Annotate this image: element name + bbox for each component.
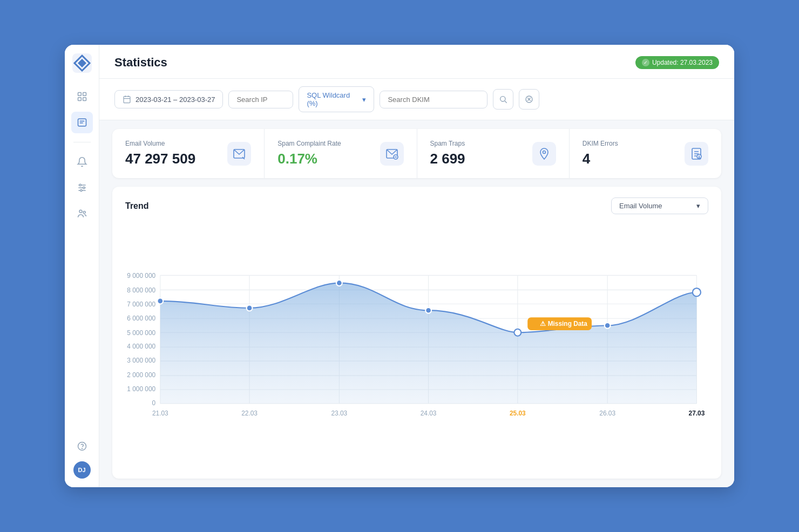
data-point-3[interactable] [425, 308, 431, 313]
x-label-6: 27.03 [689, 410, 705, 417]
sidebar-item-help[interactable] [71, 435, 93, 457]
stat-icon-spam-traps [532, 142, 556, 166]
dropdown-chevron-icon: ▾ [362, 96, 366, 104]
stat-content: Email Volume 47 297 509 [125, 140, 195, 167]
search-button[interactable] [493, 89, 513, 110]
sidebar-item-alerts[interactable] [71, 151, 93, 173]
updated-badge: Updated: 27.03.2023 [635, 56, 719, 69]
missing-data-label: ⚠ Missing Data [540, 320, 587, 328]
chart-wrapper: 9 000 000 8 000 000 7 000 000 6 000 000 … [125, 223, 708, 468]
page-title: Statistics [114, 56, 167, 70]
chart-dropdown-label: Email Volume [619, 202, 662, 210]
stat-label-dkim: DKIM Errors [583, 140, 618, 147]
y-label-6m: 6 000 000 [127, 315, 155, 322]
stat-icon-spam-rate [380, 142, 404, 166]
main-content: Statistics Updated: 27.03.2023 2023-03-2… [99, 45, 734, 487]
stat-value-email-volume: 47 297 509 [125, 151, 195, 167]
sidebar-divider [73, 142, 91, 142]
svg-rect-5 [78, 98, 81, 101]
y-label-3m: 3 000 000 [127, 357, 155, 364]
sql-wildcard-label: SQL Wildcard (%) [307, 91, 360, 107]
search-ip-input[interactable] [228, 91, 293, 108]
stat-label-spam-rate: Spam Complaint Rate [277, 140, 341, 147]
x-label-1: 22.03 [241, 410, 258, 417]
svg-point-16 [79, 210, 82, 213]
stat-card-spam-traps: Spam Traps 2 699 [417, 129, 570, 178]
svg-point-19 [82, 448, 82, 449]
data-point-1[interactable] [247, 305, 253, 311]
svg-rect-7 [78, 119, 86, 126]
stat-content: DKIM Errors 4 [583, 140, 618, 167]
svg-rect-4 [83, 93, 86, 96]
chart-header: Trend Email Volume ▾ [125, 197, 708, 214]
svg-line-25 [505, 101, 507, 103]
stat-card-spam-rate: Spam Complaint Rate 0.17% [265, 129, 417, 178]
data-point-5[interactable] [605, 323, 611, 329]
svg-point-14 [83, 187, 84, 188]
sidebar-item-team[interactable] [71, 203, 93, 224]
svg-point-24 [500, 97, 505, 101]
y-label-2m: 2 000 000 [127, 371, 155, 379]
search-dkim-input[interactable] [380, 91, 487, 108]
clear-button[interactable] [519, 89, 539, 110]
x-label-5: 26.03 [599, 410, 615, 417]
data-point-0[interactable] [157, 298, 163, 304]
sidebar: DJ [65, 45, 99, 487]
svg-rect-3 [78, 93, 81, 96]
sidebar-item-dashboard[interactable] [71, 86, 93, 107]
sql-wildcard-select[interactable]: SQL Wildcard (%) ▾ [299, 86, 374, 112]
data-point-2[interactable] [336, 280, 342, 286]
y-label-8m: 8 000 000 [127, 287, 155, 294]
svg-point-34 [543, 151, 545, 153]
page-header: Statistics Updated: 27.03.2023 [99, 45, 734, 79]
y-label-7m: 7 000 000 [127, 301, 155, 308]
svg-rect-6 [83, 98, 86, 101]
app-container: DJ Statistics Updated: 27.03.2023 2023-0… [65, 45, 734, 487]
stat-card-email-volume: Email Volume 47 297 509 [112, 129, 265, 178]
data-point-last[interactable] [693, 288, 701, 296]
x-label-4: 25.03 [510, 410, 526, 417]
date-range-value: 2023-03-21 – 2023-03-27 [136, 96, 215, 104]
stats-row: Email Volume 47 297 509 Spam Complaint R… [112, 129, 721, 178]
date-range-picker[interactable]: 2023-03-21 – 2023-03-27 [114, 90, 223, 108]
stat-label-email-volume: Email Volume [125, 140, 195, 147]
svg-point-17 [83, 211, 85, 213]
y-label-0: 0 [152, 399, 156, 407]
svg-point-15 [80, 189, 82, 191]
stat-value-spam-rate: 0.17% [277, 151, 341, 167]
app-logo[interactable] [72, 53, 92, 73]
stat-card-dkim-errors: DKIM Errors 4 [570, 129, 721, 178]
sidebar-bottom: DJ [71, 435, 93, 479]
stat-value-spam-traps: 2 699 [430, 151, 465, 167]
data-point-missing[interactable] [514, 329, 521, 336]
stat-content: Spam Complaint Rate 0.17% [277, 140, 341, 167]
sidebar-nav [71, 86, 93, 435]
y-label-1m: 1 000 000 [127, 385, 155, 393]
calendar-icon [123, 95, 131, 104]
svg-point-41 [699, 157, 700, 158]
stat-icon-dkim [685, 142, 708, 166]
y-label-9m: 9 000 000 [127, 272, 155, 279]
stat-content: Spam Traps 2 699 [430, 140, 465, 167]
x-label-2: 23.03 [331, 410, 348, 417]
chart-section: Trend Email Volume ▾ [112, 187, 721, 479]
stat-icon-email-volume [227, 142, 251, 166]
stat-value-dkim: 4 [583, 151, 618, 167]
x-label-3: 24.03 [421, 410, 437, 417]
user-avatar[interactable]: DJ [73, 461, 91, 479]
y-label-5m: 5 000 000 [127, 329, 155, 337]
y-label-4m: 4 000 000 [127, 343, 155, 350]
filters-bar: 2023-03-21 – 2023-03-27 SQL Wildcard (%)… [99, 79, 734, 120]
chevron-down-icon: ▾ [696, 202, 700, 210]
close-circle-icon [525, 95, 533, 104]
stat-label-spam-traps: Spam Traps [430, 140, 465, 147]
sidebar-item-contacts[interactable] [71, 112, 93, 133]
chart-title: Trend [125, 201, 149, 211]
svg-rect-20 [124, 97, 130, 103]
svg-point-13 [79, 184, 81, 186]
chart-metric-dropdown[interactable]: Email Volume ▾ [611, 197, 708, 214]
search-icon [499, 95, 507, 104]
sidebar-item-settings[interactable] [71, 177, 93, 199]
x-label-0: 21.03 [152, 410, 168, 417]
trend-chart: 9 000 000 8 000 000 7 000 000 6 000 000 … [125, 223, 708, 468]
